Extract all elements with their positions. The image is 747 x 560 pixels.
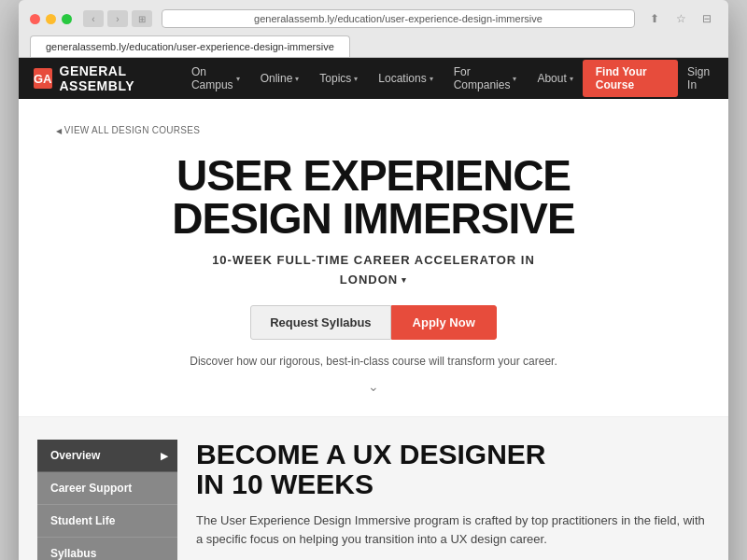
logo-text: GENERAL ASSEMBLY [60,63,163,93]
location-text: LONDON [340,273,398,287]
sidebar-item-overview[interactable]: Overview [37,440,177,472]
request-syllabus-button[interactable]: Request Syllabus [250,305,390,340]
hero-location[interactable]: LONDON ▾ [340,273,407,287]
browser-nav-buttons: ‹ › ⊞ [83,10,152,27]
hero-section: VIEW ALL DESIGN COURSES USER EXPERIENCE … [19,99,728,417]
forward-button[interactable]: › [107,10,128,27]
breadcrumb-link[interactable]: VIEW ALL DESIGN COURSES [56,125,691,135]
nav-locations[interactable]: Locations ▾ [369,58,442,99]
apply-now-button[interactable]: Apply Now [391,305,497,340]
browser-dots [30,14,72,24]
bookmark-button[interactable]: ☆ [670,10,691,27]
section-title: BECOME A UX DESIGNER IN 10 WEEKS [196,440,710,498]
close-dot[interactable] [30,14,40,24]
scroll-indicator: ⌄ [56,379,691,394]
hero-subtitle: 10-WEEK FULL-TIME CAREER ACCELERATOR IN [56,253,691,267]
site-logo[interactable]: GA GENERAL ASSEMBLY [34,63,163,93]
hero-description: Discover how our rigorous, best-in-class… [56,355,691,368]
nav-online[interactable]: Online ▾ [251,58,309,99]
hero-title-line2: DESIGN IMMERSIVE [172,194,574,243]
share-button[interactable]: ⬆ [644,10,665,27]
website-content: GA GENERAL ASSEMBLY On Campus ▾ Online ▾… [19,58,728,560]
section-title-line1: BECOME A UX DESIGNER [196,439,546,469]
signin-link[interactable]: Sign In [687,65,713,91]
find-course-button[interactable]: Find Your Course [583,60,678,97]
nav-links: On Campus ▾ Online ▾ Topics ▾ Locations … [182,58,583,99]
browser-actions: ⬆ ☆ ⊟ [644,10,717,27]
browser-chrome: ‹ › ⊞ generalassemb.ly/education/user-ex… [19,0,728,58]
nav-about-label: About [537,72,566,85]
nav-locations-arrow: ▾ [430,75,433,83]
section-title-line2: IN 10 WEEKS [196,469,374,499]
hero-buttons: Request Syllabus Apply Now [56,305,691,340]
sidebar-toggle-button[interactable]: ⊟ [697,10,717,27]
maximize-dot[interactable] [62,14,72,24]
nav-topics[interactable]: Topics ▾ [310,58,367,99]
nav-online-label: Online [261,72,293,85]
hero-title-line1: USER EXPERIENCE [176,151,571,200]
section-body: The User Experience Design Immersive pro… [196,511,710,549]
browser-window: ‹ › ⊞ generalassemb.ly/education/user-ex… [19,0,728,560]
nav-for-companies[interactable]: For Companies ▾ [444,58,527,99]
browser-tabs: generalassemb.ly/education/user-experien… [30,35,717,57]
back-button[interactable]: ‹ [83,10,104,27]
nav-online-arrow: ▾ [295,75,299,83]
nav-on-campus-arrow: ▾ [236,75,240,83]
lower-section: Overview Career Support Student Life Syl… [19,417,728,560]
nav-topics-arrow: ▾ [354,75,358,83]
sidebar-item-career-support[interactable]: Career Support [37,472,177,505]
nav-for-companies-arrow: ▾ [513,75,516,83]
nav-about-arrow: ▾ [570,75,573,83]
tab-switcher-button[interactable]: ⊞ [132,10,152,27]
browser-titlebar: ‹ › ⊞ generalassemb.ly/education/user-ex… [30,9,717,28]
nav-about[interactable]: About ▾ [528,58,582,99]
nav-on-campus-label: On Campus [191,65,233,91]
main-content: BECOME A UX DESIGNER IN 10 WEEKS The Use… [196,440,710,560]
sidebar-nav: Overview Career Support Student Life Syl… [37,440,177,560]
site-nav: GA GENERAL ASSEMBLY On Campus ▾ Online ▾… [19,58,728,99]
sidebar-item-syllabus[interactable]: Syllabus [37,538,177,560]
nav-for-companies-label: For Companies [454,65,511,91]
nav-topics-label: Topics [319,72,351,85]
logo-icon: GA [34,68,52,89]
address-bar[interactable]: generalassemb.ly/education/user-experien… [162,9,635,28]
nav-on-campus[interactable]: On Campus ▾ [182,58,249,99]
minimize-dot[interactable] [46,14,56,24]
hero-title: USER EXPERIENCE DESIGN IMMERSIVE [56,154,691,240]
sidebar-item-student-life[interactable]: Student Life [37,505,177,538]
nav-locations-label: Locations [378,72,426,85]
location-dropdown-arrow: ▾ [402,275,407,285]
active-tab[interactable]: generalassemb.ly/education/user-experien… [30,35,350,57]
